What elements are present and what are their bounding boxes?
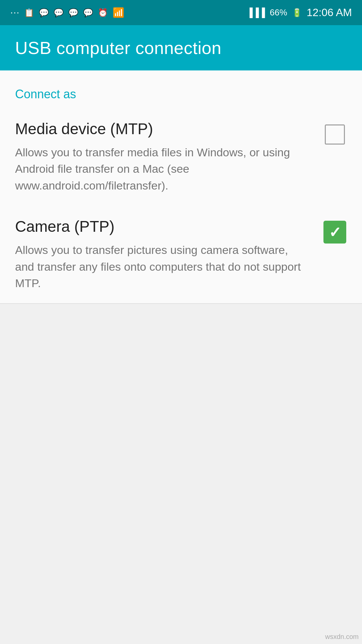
mtp-checkbox[interactable] xyxy=(325,124,345,145)
checkmark-icon: ✓ xyxy=(329,224,341,241)
notification-dots-icon: ⋯ xyxy=(10,8,19,17)
wifi-icon: 📶 xyxy=(113,8,124,17)
page-title: USB computer connection xyxy=(15,38,222,58)
mtp-option[interactable]: Media device (MTP) Allows you to transfe… xyxy=(0,108,362,206)
alarm-icon: ⏰ xyxy=(98,9,108,17)
message2-icon: 💬 xyxy=(68,9,78,17)
mtp-option-description: Allows you to transfer media files in Wi… xyxy=(15,144,309,194)
ptp-option-title: Camera (PTP) xyxy=(15,217,309,236)
divider xyxy=(0,303,362,304)
message3-icon: 💬 xyxy=(83,9,93,17)
status-bar-left: ⋯ 📋 💬 💬 💬 💬 ⏰ 📶 xyxy=(10,8,124,17)
signal-icon: ▐▐▐ xyxy=(246,7,265,18)
battery-icon: 🔋 xyxy=(292,9,302,17)
battery-text: 66% xyxy=(270,7,287,18)
status-bar: ⋯ 📋 💬 💬 💬 💬 ⏰ 📶 ▐▐▐ 66% 🔋 12:06 AM xyxy=(0,0,362,25)
status-time: 12:06 AM xyxy=(307,6,352,19)
watermark: wsxdn.com xyxy=(325,633,359,641)
ptp-option[interactable]: Camera (PTP) Allows you to transfer pict… xyxy=(0,206,362,303)
content-area: Connect as Media device (MTP) Allows you… xyxy=(0,70,362,304)
message1-icon: 💬 xyxy=(54,9,64,17)
clipboard-icon: 📋 xyxy=(24,9,34,17)
mtp-checkbox-container[interactable] xyxy=(323,122,347,147)
section-header: Connect as xyxy=(0,70,362,108)
ptp-option-description: Allows you to transfer pictures using ca… xyxy=(15,242,309,291)
ptp-checkbox-container[interactable]: ✓ xyxy=(323,220,347,244)
app-bar: USB computer connection xyxy=(0,25,362,70)
whatsapp-icon: 💬 xyxy=(39,9,49,17)
ptp-option-text: Camera (PTP) Allows you to transfer pict… xyxy=(15,217,323,291)
ptp-checkbox[interactable]: ✓ xyxy=(323,221,346,244)
mtp-option-text: Media device (MTP) Allows you to transfe… xyxy=(15,120,323,194)
status-bar-right: ▐▐▐ 66% 🔋 12:06 AM xyxy=(246,6,352,19)
mtp-option-title: Media device (MTP) xyxy=(15,120,309,138)
